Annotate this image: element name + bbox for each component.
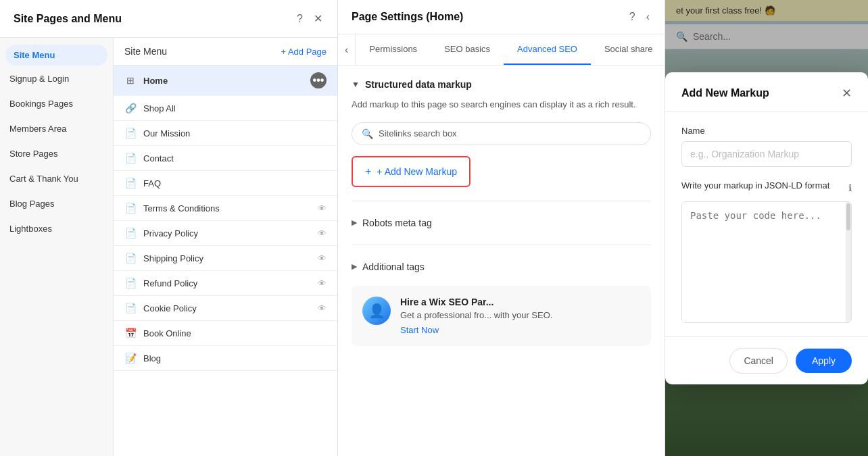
shop-all-icon: 🔗 <box>124 103 137 113</box>
menu-item-shipping-policy[interactable]: 📄 Shipping Policy 👁 <box>114 246 337 271</box>
structured-data-desc: Add markup to this page so search engine… <box>352 98 651 111</box>
search-box-icon: 🔍 <box>362 128 373 139</box>
hire-seo-link[interactable]: Start Now <box>400 325 439 335</box>
additional-tags-header[interactable]: ▶ Additional tags <box>352 259 651 275</box>
add-new-markup-button[interactable]: + + Add New Markup <box>352 156 471 187</box>
menu-item-dots[interactable]: ••• <box>310 72 327 88</box>
tab-advanced-seo[interactable]: Advanced SEO <box>504 34 591 65</box>
hire-seo-content: Hire a Wix SEO Par... Get a professional… <box>400 297 552 335</box>
menu-item-blog-label: Blog <box>143 353 327 363</box>
left-panel-title: Site Pages and Menu <box>14 13 122 25</box>
close-icon[interactable]: ✕ <box>312 11 324 26</box>
menu-item-contact-label: Contact <box>143 153 327 163</box>
left-panel-header: Site Pages and Menu ? ✕ <box>0 0 337 38</box>
code-field-label: Write your markup in JSON-LD format <box>681 180 829 191</box>
menu-item-cookie-policy[interactable]: 📄 Cookie Policy 👁 <box>114 296 337 321</box>
search-box-text: Sitelinks search box <box>379 128 457 138</box>
cancel-button[interactable]: Cancel <box>729 348 788 374</box>
hire-seo-desc: Get a professional fro... with your SEO. <box>400 310 552 320</box>
section-divider-2 <box>352 245 651 245</box>
tab-seo-basics[interactable]: SEO basics <box>431 34 504 65</box>
sidebar-item-members-area[interactable]: Members Area <box>0 117 113 141</box>
our-mission-icon: 📄 <box>124 128 137 138</box>
add-markup-plus-icon: + <box>365 166 371 178</box>
name-field-input[interactable] <box>681 141 852 167</box>
menu-item-terms-label: Terms & Conditions <box>143 203 311 213</box>
sidebar-item-site-menu[interactable]: Site Menu <box>5 45 107 66</box>
middle-panel: Page Settings (Home) ? ‹ ‹ Permissions S… <box>338 0 665 456</box>
tab-social-share[interactable]: Social share <box>591 34 667 65</box>
code-textarea[interactable] <box>682 202 851 322</box>
robots-meta-header[interactable]: ▶ Robots meta tag <box>352 215 651 231</box>
menu-item-refund-label: Refund Policy <box>143 278 311 288</box>
apply-button[interactable]: Apply <box>796 349 852 373</box>
page-settings-back-icon[interactable]: ‹ <box>645 9 651 24</box>
add-markup-label: + Add New Markup <box>377 166 457 177</box>
menu-item-faq[interactable]: 📄 FAQ <box>114 171 337 196</box>
sidebar-nav: Site Menu Signup & Login Bookings Pages … <box>0 38 114 456</box>
shipping-visibility-icon[interactable]: 👁 <box>318 253 327 263</box>
sidebar-item-store-pages[interactable]: Store Pages <box>0 142 113 166</box>
structured-data-toggle: ▼ <box>352 80 360 89</box>
add-new-markup-modal: Add New Markup ✕ Name Write your markup … <box>665 72 868 384</box>
menu-item-home-label: Home <box>143 76 304 86</box>
tab-prev-button[interactable]: ‹ <box>338 34 356 65</box>
menu-item-shop-all[interactable]: 🔗 Shop All <box>114 96 337 121</box>
info-icon[interactable]: ℹ <box>848 182 852 193</box>
hire-seo-avatar-icon: 👤 <box>368 303 385 319</box>
additional-tags-section: ▶ Additional tags <box>352 259 651 275</box>
right-panel: et your first class free! 🧑 🔍 Add New Ma… <box>665 0 868 456</box>
modal-close-button[interactable]: ✕ <box>842 86 852 101</box>
menu-item-terms-conditions[interactable]: 📄 Terms & Conditions 👁 <box>114 196 337 221</box>
tab-permissions[interactable]: Permissions <box>356 34 431 65</box>
menu-item-home[interactable]: ⊞ Home ••• <box>114 66 337 96</box>
cookie-visibility-icon[interactable]: 👁 <box>318 303 327 313</box>
sitelinks-search-box[interactable]: 🔍 Sitelinks search box <box>352 122 651 145</box>
name-field-label: Name <box>681 126 852 136</box>
cookie-icon: 📄 <box>124 303 137 313</box>
page-settings-help-icon[interactable]: ? <box>628 9 637 24</box>
sidebar-item-bookings-pages[interactable]: Bookings Pages <box>0 92 113 116</box>
add-page-button[interactable]: + Add Page <box>281 47 327 57</box>
menu-item-our-mission-label: Our Mission <box>143 128 327 138</box>
structured-data-header[interactable]: ▼ Structured data markup <box>352 79 651 90</box>
hire-seo-avatar: 👤 <box>362 297 391 325</box>
refund-visibility-icon[interactable]: 👁 <box>318 278 327 288</box>
modal-body: Name Write your markup in JSON-LD format… <box>665 112 868 336</box>
menu-item-contact[interactable]: 📄 Contact <box>114 146 337 171</box>
blog-icon: 📝 <box>124 353 137 363</box>
scrollbar-thumb <box>846 203 850 230</box>
menu-item-blog[interactable]: 📝 Blog <box>114 346 337 371</box>
terms-icon: 📄 <box>124 203 137 213</box>
site-menu-header: Site Menu + Add Page <box>114 38 337 66</box>
modal-footer: Cancel Apply <box>665 336 868 384</box>
help-icon[interactable]: ? <box>295 11 304 26</box>
privacy-visibility-icon[interactable]: 👁 <box>318 228 327 238</box>
sidebar-item-lightboxes[interactable]: Lightboxes <box>0 217 113 240</box>
shipping-icon: 📄 <box>124 253 137 263</box>
code-textarea-wrapper <box>681 201 852 323</box>
robots-meta-arrow: ▶ <box>352 218 357 227</box>
menu-item-book-online[interactable]: 📅 Book Online <box>114 321 337 346</box>
tabs-row: ‹ Permissions SEO basics Advanced SEO So… <box>338 34 665 66</box>
additional-tags-title: Additional tags <box>362 261 425 272</box>
menu-item-privacy-policy[interactable]: 📄 Privacy Policy 👁 <box>114 221 337 246</box>
menu-item-shipping-label: Shipping Policy <box>143 253 311 263</box>
menu-item-cookie-label: Cookie Policy <box>143 303 311 313</box>
menu-item-refund-policy[interactable]: 📄 Refund Policy 👁 <box>114 271 337 296</box>
code-label-row: Write your markup in JSON-LD format ℹ <box>681 180 852 196</box>
additional-tags-arrow: ▶ <box>352 262 357 271</box>
menu-item-our-mission[interactable]: 📄 Our Mission <box>114 121 337 146</box>
site-menu-header-title: Site Menu <box>124 46 167 57</box>
home-page-icon: ⊞ <box>124 75 137 86</box>
terms-visibility-icon[interactable]: 👁 <box>318 203 327 213</box>
modal-title: Add New Markup <box>681 87 769 99</box>
privacy-icon: 📄 <box>124 228 137 238</box>
sidebar-item-cart-thank-you[interactable]: Cart & Thank You <box>0 167 113 191</box>
menu-item-shop-all-label: Shop All <box>143 103 327 113</box>
sidebar-item-blog-pages[interactable]: Blog Pages <box>0 192 113 216</box>
sidebar-item-signup-login[interactable]: Signup & Login <box>0 67 113 91</box>
hire-seo-title: Hire a Wix SEO Par... <box>400 297 552 307</box>
contact-icon: 📄 <box>124 153 137 163</box>
hire-seo-banner: 👤 Hire a Wix SEO Par... Get a profession… <box>352 286 651 346</box>
